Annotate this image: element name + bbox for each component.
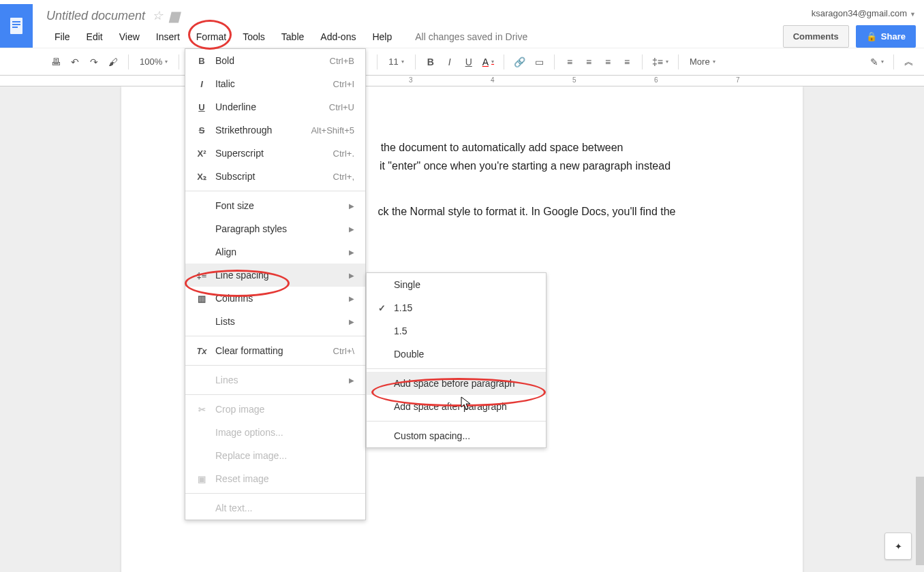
svg-rect-2 (12, 24, 20, 25)
chevron-right-icon: ▶ (349, 249, 354, 256)
more-button[interactable]: More (686, 54, 720, 70)
insert-comment-icon[interactable]: ▭ (531, 54, 547, 70)
menu-help[interactable]: Help (364, 29, 400, 45)
undo-icon[interactable]: ↶ (67, 54, 83, 70)
print-icon[interactable]: 🖶 (48, 54, 64, 70)
menu-item-italic[interactable]: IItalicCtrl+I (185, 72, 365, 95)
lock-icon: 🔒 (866, 31, 877, 42)
ruler[interactable]: 3 4 5 6 7 (0, 76, 924, 86)
menu-item-reset-image: ▣Reset image (185, 467, 365, 490)
menu-item-image-options: Image options... (185, 421, 365, 444)
doc-title-text[interactable]: Untitled document (46, 9, 145, 23)
menu-divider (367, 421, 546, 422)
submenu-item-add-space-before[interactable]: Add space before paragraph (367, 372, 546, 395)
chevron-right-icon: ▶ (349, 295, 354, 302)
strikethrough-icon: S (194, 125, 210, 136)
align-left-icon[interactable]: ≡ (561, 54, 578, 70)
italic-button[interactable]: I (442, 54, 458, 70)
menu-item-bold[interactable]: BBoldCtrl+B (185, 49, 365, 72)
menu-table[interactable]: Table (273, 29, 312, 45)
menu-divider (185, 394, 365, 395)
redo-icon[interactable]: ↷ (86, 54, 102, 70)
explore-icon: ✦ (895, 541, 902, 552)
doc-text-line: it "enter" once when you're starting a n… (380, 160, 671, 172)
menu-insert[interactable]: Insert (148, 29, 188, 45)
menu-format[interactable]: Format (188, 29, 234, 45)
submenu-item-add-space-after[interactable]: Add space after paragraph (367, 395, 546, 418)
columns-icon: ▥ (194, 293, 210, 304)
submenu-item-single[interactable]: Single (367, 273, 546, 296)
folder-icon[interactable]: ▆ (170, 8, 179, 23)
chevron-right-icon: ▶ (349, 272, 354, 279)
chevron-right-icon: ▶ (349, 202, 354, 210)
editing-mode-icon[interactable]: ✎ (867, 54, 887, 70)
header-top: Untitled document ☆ ▆ File Edit View Ins… (0, 0, 924, 48)
menu-item-font-size[interactable]: Font size▶ (185, 194, 365, 217)
doc-text-line: ck the Normal style to format it. In Goo… (378, 206, 675, 217)
svg-rect-0 (10, 18, 22, 34)
explore-button[interactable]: ✦ (884, 533, 912, 560)
align-justify-icon[interactable]: ≡ (619, 54, 635, 70)
menu-item-replace-image: Replace image... (185, 444, 365, 467)
menu-divider (185, 493, 365, 494)
subscript-icon: X₂ (194, 172, 210, 182)
share-button[interactable]: 🔒 Share (856, 25, 916, 48)
menu-item-subscript[interactable]: X₂SubscriptCtrl+, (185, 165, 365, 188)
chevron-right-icon: ▶ (349, 318, 354, 325)
menu-divider (185, 191, 365, 191)
font-size-select[interactable]: 11 (384, 54, 407, 70)
bold-button[interactable]: B (422, 54, 439, 70)
menu-file[interactable]: File (46, 29, 78, 45)
bold-icon: B (194, 56, 210, 66)
line-spacing-submenu: Single ✓1.15 1.5 Double Add space before… (366, 272, 546, 448)
underline-button[interactable]: U (461, 54, 477, 70)
menu-item-crop-image: ✂Crop image (185, 398, 365, 421)
menu-addons[interactable]: Add-ons (312, 29, 364, 45)
menu-item-align[interactable]: Align▶ (185, 240, 365, 264)
menu-item-alt-text: Alt text... (185, 496, 365, 520)
reset-image-icon: ▣ (194, 474, 210, 484)
submenu-item-115[interactable]: ✓1.15 (367, 296, 546, 319)
menu-item-strikethrough[interactable]: SStrikethroughAlt+Shift+5 (185, 118, 365, 142)
separator (504, 54, 504, 69)
collapse-icon[interactable]: ︽ (901, 54, 917, 70)
submenu-item-custom-spacing[interactable]: Custom spacing... (367, 424, 546, 447)
menu-view[interactable]: View (111, 29, 148, 45)
menu-item-paragraph-styles[interactable]: Paragraph styles▶ (185, 217, 365, 240)
chevron-right-icon: ▶ (349, 225, 354, 233)
menu-tools[interactable]: Tools (234, 29, 273, 45)
zoom-select[interactable]: 100% (136, 54, 172, 70)
format-dropdown-menu: BBoldCtrl+B IItalicCtrl+I UUnderlineCtrl… (185, 48, 366, 520)
separator (128, 54, 129, 69)
menu-edit[interactable]: Edit (78, 29, 111, 45)
vertical-scrollbar[interactable] (916, 477, 924, 565)
chevron-right-icon: ▶ (349, 377, 354, 384)
paint-format-icon[interactable]: 🖌 (105, 54, 121, 70)
menu-item-columns[interactable]: ▥Columns▶ (185, 287, 365, 310)
header: Untitled document ☆ ▆ File Edit View Ins… (0, 0, 924, 76)
docs-app-icon[interactable] (0, 4, 33, 48)
text-color-button[interactable]: A (480, 54, 497, 70)
toolbar: 🖶 ↶ ↷ 🖌 100% 11 B I U A 🔗 ▭ ≡ ≡ ≡ ≡ ‡≡ M… (0, 48, 924, 75)
separator (678, 54, 679, 69)
account-email[interactable]: ksaragon34@gmail.com▼ (783, 8, 916, 18)
menu-divider (367, 368, 546, 369)
menu-item-superscript[interactable]: X²SuperscriptCtrl+. (185, 142, 365, 165)
menu-item-lists[interactable]: Lists▶ (185, 310, 365, 333)
line-spacing-icon[interactable]: ‡≡ (649, 54, 671, 70)
submenu-item-double[interactable]: Double (367, 343, 546, 366)
separator (893, 54, 894, 69)
menu-divider (185, 365, 365, 366)
separator (377, 54, 378, 69)
align-right-icon[interactable]: ≡ (600, 54, 616, 70)
align-center-icon[interactable]: ≡ (581, 54, 597, 70)
insert-link-icon[interactable]: 🔗 (511, 54, 528, 70)
menu-item-line-spacing[interactable]: ‡≡Line spacing▶ (185, 264, 365, 287)
comments-button[interactable]: Comments (783, 25, 849, 48)
menu-item-underline[interactable]: UUnderlineCtrl+U (185, 95, 365, 118)
menu-item-clear-formatting[interactable]: TxClear formattingCtrl+\ (185, 339, 365, 362)
check-icon: ✓ (375, 303, 388, 313)
star-icon[interactable]: ☆ (152, 8, 163, 23)
doc-title[interactable]: Untitled document ☆ ▆ (46, 8, 783, 23)
submenu-item-15[interactable]: 1.5 (367, 319, 546, 343)
